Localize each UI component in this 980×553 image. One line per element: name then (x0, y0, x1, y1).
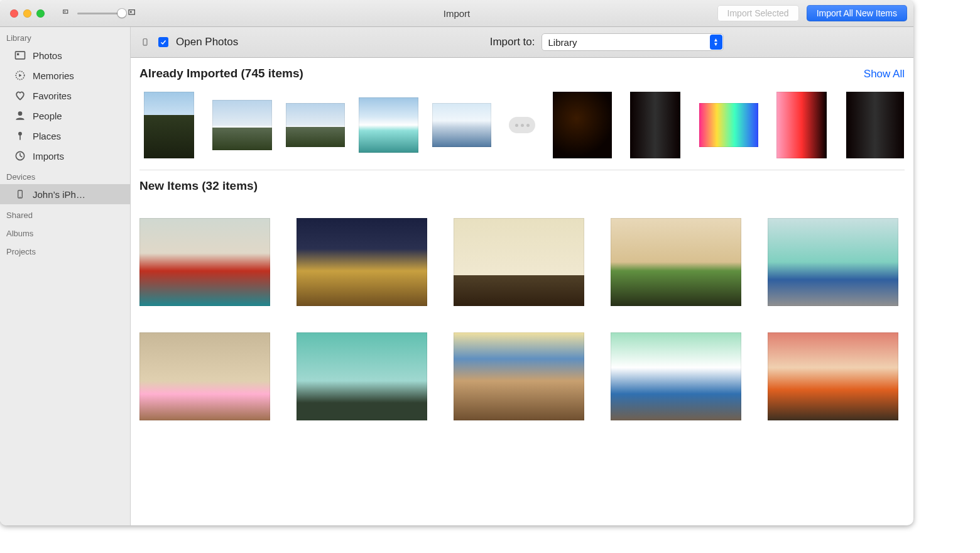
thumbnail[interactable] (212, 92, 271, 158)
import-to-value: Library (548, 37, 577, 48)
minimize-window-button[interactable] (23, 9, 31, 18)
people-icon (14, 109, 26, 122)
sidebar-item-label: John’s iPh… (33, 189, 85, 200)
new-items-title: New Items (32 items) (139, 179, 258, 193)
thumbnail[interactable] (139, 92, 199, 158)
places-icon (14, 129, 26, 142)
import-subheader: Open Photos Import to: Library ▲▼ (131, 27, 913, 58)
thumbnail[interactable] (611, 218, 741, 306)
svg-point-18 (144, 44, 145, 45)
close-window-button[interactable] (10, 9, 18, 18)
thumbnail[interactable] (553, 92, 612, 158)
thumbnail[interactable] (768, 218, 898, 306)
memories-icon (14, 69, 26, 82)
sidebar-item-people[interactable]: People (0, 106, 130, 126)
svg-rect-1 (65, 11, 66, 13)
svg-rect-4 (16, 52, 25, 59)
svg-rect-3 (130, 11, 132, 13)
thumbnail[interactable] (772, 92, 831, 158)
zoom-slider-track[interactable] (77, 13, 122, 14)
thumbnail[interactable] (699, 92, 758, 158)
imports-icon (14, 150, 26, 162)
svg-marker-8 (19, 74, 21, 77)
sidebar-item-label: Places (33, 131, 61, 141)
device-phone-icon (139, 35, 151, 49)
window-title: Import (444, 8, 471, 19)
import-scroll-area[interactable]: Already Imported (745 items) Show All (131, 58, 913, 525)
sidebar-item-favorites[interactable]: Favorites (0, 85, 130, 106)
titlebar: Import Import Selected Import All New It… (0, 0, 913, 27)
thumbnail[interactable] (297, 332, 427, 420)
thumbnail[interactable] (611, 332, 741, 420)
more-thumbnails-button[interactable] (509, 117, 535, 133)
sidebar-item-device[interactable]: John’s iPh… (0, 184, 130, 204)
select-stepper-icon: ▲▼ (710, 35, 722, 50)
favorites-icon (14, 89, 26, 102)
sidebar-header-projects[interactable]: Projects (0, 241, 130, 259)
svg-rect-11 (19, 134, 21, 140)
content-pane: Open Photos Import to: Library ▲▼ Alread… (131, 27, 913, 525)
photos-icon (14, 49, 26, 62)
import-selected-button[interactable]: Import Selected (717, 5, 799, 21)
show-all-link[interactable]: Show All (864, 68, 905, 80)
thumbnail[interactable] (359, 92, 418, 158)
svg-point-9 (18, 111, 23, 116)
sidebar-item-label: Photos (33, 50, 62, 61)
sidebar-header-devices: Devices (0, 166, 130, 184)
thumbnail[interactable] (768, 332, 898, 420)
device-phone-icon (14, 188, 26, 200)
thumbnail[interactable] (297, 218, 427, 306)
import-to-label: Import to: (490, 36, 535, 48)
sidebar-item-label: Memories (33, 70, 74, 81)
sidebar-header-library: Library (0, 27, 130, 45)
sidebar-item-places[interactable]: Places (0, 126, 130, 146)
thumbnail[interactable] (846, 92, 905, 158)
already-imported-title: Already Imported (745 items) (139, 67, 303, 80)
thumbnail[interactable] (139, 218, 270, 306)
app-window: Import Import Selected Import All New It… (0, 0, 913, 525)
svg-rect-6 (17, 53, 19, 55)
thumbnail[interactable] (432, 92, 491, 158)
sidebar-item-label: Favorites (33, 90, 72, 101)
window-controls (10, 9, 45, 18)
thumbnail[interactable] (454, 332, 584, 420)
open-photos-label: Open Photos (176, 36, 238, 48)
sidebar-item-label: Imports (33, 151, 64, 162)
sidebar-item-imports[interactable]: Imports (0, 146, 130, 166)
zoom-in-icon (128, 8, 138, 18)
svg-rect-5 (16, 52, 25, 59)
import-to-select[interactable]: Library ▲▼ (542, 33, 724, 51)
svg-point-16 (19, 197, 20, 197)
new-items-grid (139, 218, 905, 420)
thumbnail-zoom-slider[interactable] (62, 8, 138, 18)
sidebar-item-memories[interactable]: Memories (0, 65, 130, 85)
sidebar-item-label: People (33, 111, 62, 121)
import-all-button[interactable]: Import All New Items (807, 5, 907, 21)
thumbnail[interactable] (139, 332, 270, 420)
thumbnail[interactable] (454, 218, 584, 306)
thumbnail[interactable] (626, 92, 685, 158)
thumbnail[interactable] (286, 92, 345, 158)
sidebar: Library Photos Memories Favorites People… (0, 27, 131, 525)
svg-line-14 (20, 156, 22, 157)
sidebar-header-albums[interactable]: Albums (0, 222, 130, 241)
fullscreen-window-button[interactable] (36, 9, 45, 18)
zoom-slider-thumb[interactable] (117, 9, 126, 18)
open-photos-checkbox[interactable] (158, 37, 168, 47)
sidebar-header-shared[interactable]: Shared (0, 204, 130, 222)
zoom-out-icon (62, 8, 72, 18)
already-imported-strip (139, 92, 905, 170)
sidebar-item-photos[interactable]: Photos (0, 45, 130, 65)
